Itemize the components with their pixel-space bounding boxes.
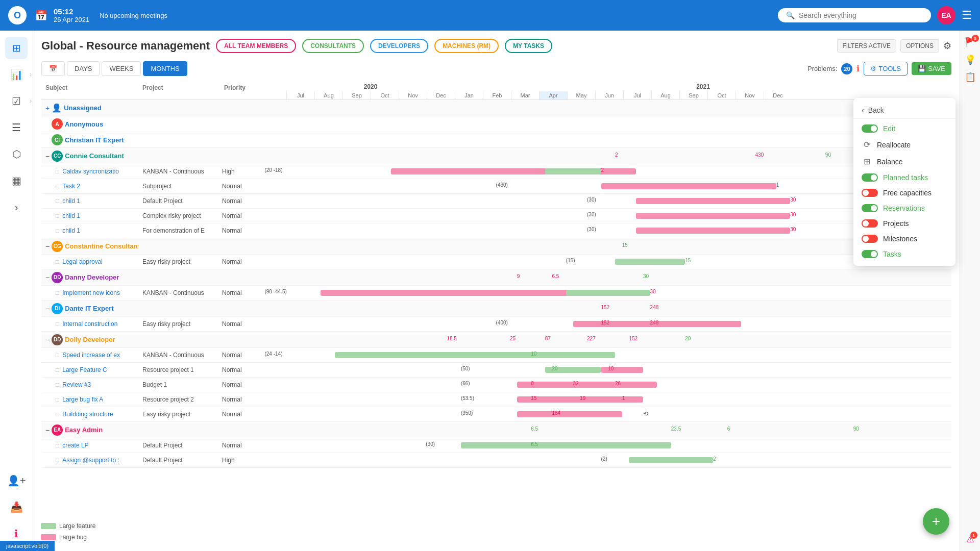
dropdown-planned-item[interactable]: Planned tasks [853, 170, 955, 185]
problems-info-icon[interactable]: ℹ [856, 64, 860, 73]
task2-subject-link[interactable]: Task 2 [62, 183, 80, 190]
constantine-name[interactable]: Constantine Consultant [65, 242, 138, 250]
search-input[interactable] [799, 11, 923, 19]
logo[interactable]: O [8, 6, 27, 24]
settings-icon-button[interactable]: ⚙ [943, 40, 951, 52]
anonymous-name[interactable]: Anonymous [65, 120, 103, 128]
easy-admin-cell: − EA Easy Admin [41, 422, 138, 438]
dolly-collapse-icon[interactable]: − [45, 336, 50, 344]
danny-cell: − DD Danny Developer [41, 270, 138, 285]
constantine-cell: − CG Constantine Consultant [41, 239, 138, 254]
filter-my-tasks[interactable]: MY TASKS [505, 39, 552, 53]
legal-link[interactable]: Legal approval [62, 258, 103, 265]
sidebar-item-check[interactable]: ☑ › [5, 90, 28, 112]
danny-collapse-icon[interactable]: − [45, 273, 50, 282]
legal-num: 15 [685, 258, 691, 263]
milestones-toggle[interactable] [862, 235, 878, 243]
hamburger-menu-icon[interactable]: ☰ [962, 9, 972, 22]
sidebar-item-alert[interactable]: ⚠ 1 [966, 534, 974, 545]
child1a-link[interactable]: child 1 [62, 197, 80, 205]
child1b-link[interactable]: child 1 [62, 212, 80, 219]
child1c-link[interactable]: child 1 [62, 227, 80, 234]
filter-machines[interactable]: MACHINES (RM) [434, 39, 499, 53]
dropdown-balance-item[interactable]: ⊞ Balance [853, 153, 955, 170]
danny-name[interactable]: Danny Developer [65, 273, 119, 281]
sidebar-item-import[interactable]: 📥 [5, 496, 28, 518]
tasks-toggle[interactable] [862, 250, 878, 258]
sidebar-expand-button[interactable]: › [5, 196, 28, 218]
dropdown-back-button[interactable]: ‹ Back [853, 102, 955, 119]
balance-label: Balance [877, 158, 903, 166]
sidebar-item-add-user[interactable]: 👤+ [5, 469, 28, 492]
assign-num: 2 [713, 456, 716, 462]
add-icon[interactable]: + [45, 104, 50, 112]
connie-name[interactable]: Connie Consultant [65, 152, 124, 160]
filter-consultants[interactable]: CONSULTANTS [302, 39, 364, 53]
easy-admin-collapse-icon[interactable]: − [45, 426, 50, 434]
connie-collapse-icon[interactable]: − [45, 152, 50, 160]
reservations-toggle[interactable] [862, 204, 878, 212]
sidebar-item-grid[interactable]: ⊞ [5, 37, 28, 59]
month-sep-2021: Sep [679, 91, 707, 99]
calendar-icon[interactable]: 📅 [35, 9, 47, 21]
sidebar-item-chart[interactable]: 📊 › [5, 63, 28, 86]
large-bug-link[interactable]: Large bug fix A [62, 396, 103, 403]
dante-collapse-icon[interactable]: − [45, 305, 50, 313]
free-toggle[interactable] [862, 189, 878, 197]
filters-active-button[interactable]: FILTERS ACTIVE [837, 39, 896, 53]
filter-all-team-members[interactable]: ALL TEAM MEMBERS [216, 39, 296, 53]
christian-name[interactable]: Christian IT Expert [65, 136, 124, 144]
projects-label: Projects [883, 219, 909, 228]
planned-toggle[interactable] [862, 173, 878, 182]
constantine-collapse-icon[interactable]: − [45, 242, 50, 251]
legend-large-bug: Large bug [41, 534, 95, 541]
caldav-subject-link[interactable]: Caldav syncronizatio [62, 168, 119, 175]
dropdown-projects-item[interactable]: Projects [853, 216, 955, 231]
view-months-button[interactable]: MONTHS [143, 61, 187, 76]
speed-link[interactable]: Speed increase of ex [62, 352, 120, 359]
sidebar-item-bulb[interactable]: 💡 [965, 54, 976, 65]
fab-add-button[interactable]: + [923, 508, 949, 535]
projects-toggle[interactable] [862, 219, 878, 228]
sidebar-item-box[interactable]: ⬡ [5, 143, 28, 165]
review-offset: (66) [461, 381, 470, 386]
create-lp-link[interactable]: create LP [62, 442, 88, 449]
dropdown-free-item[interactable]: Free capacities [853, 185, 955, 201]
sidebar-item-gantt[interactable]: ▦ [5, 169, 28, 192]
month-oct-2021: Oct [707, 91, 736, 99]
dropdown-tasks-item[interactable]: Tasks [853, 246, 955, 262]
view-calendar-button[interactable]: 📅 [41, 61, 65, 76]
easy-admin-name[interactable]: Easy Admin [65, 426, 103, 434]
dropdown-edit-item[interactable]: Edit [853, 121, 955, 136]
add-user-icon: 👤+ [7, 474, 26, 487]
dante-name[interactable]: Dante IT Expert [65, 305, 113, 312]
tools-button[interactable]: ⚙ TOOLS [864, 62, 908, 76]
sidebar-item-flag[interactable]: 🚩 5 [965, 37, 976, 48]
review-link[interactable]: Review #3 [62, 381, 91, 388]
edit-toggle[interactable] [862, 124, 878, 133]
save-button[interactable]: 💾 SAVE [912, 62, 951, 75]
implement-link[interactable]: Implement new icons [62, 289, 120, 296]
buildding-link[interactable]: Buildding structure [62, 411, 113, 418]
avatar[interactable]: EA [937, 6, 955, 24]
sidebar-item-list-check[interactable]: 📋 [965, 71, 976, 83]
assign-link[interactable]: Assign @support to : [62, 457, 119, 464]
search-box[interactable]: 🔍 [778, 8, 931, 22]
dropdown-reallocate-item[interactable]: ⟳ Reallocate [853, 136, 955, 153]
view-days-button[interactable]: DAYS [67, 61, 100, 76]
options-button[interactable]: OPTIONS [900, 39, 939, 53]
buildding-priority: Normal [220, 409, 251, 420]
month-feb-2021: Feb [483, 91, 511, 99]
row-dolly: − DD Dolly Developer 18.5 25 87 227 152 … [41, 332, 951, 348]
large-feature-link[interactable]: Large Feature C [62, 366, 107, 373]
implement-project: KANBAN - Continuous [138, 287, 220, 298]
dropdown-milestones-item[interactable]: Milestones [853, 231, 955, 246]
dropdown-reservations-item[interactable]: Reservations [853, 201, 955, 216]
dolly-name[interactable]: Dolly Developer [65, 336, 115, 343]
filter-developers[interactable]: DEVELOPERS [370, 39, 428, 53]
internal-link[interactable]: Internal construction [62, 320, 117, 328]
dolly-num4: 227 [587, 336, 596, 341]
view-weeks-button[interactable]: WEEKS [102, 61, 141, 76]
sidebar-item-list[interactable]: ☰ [5, 116, 28, 139]
time-display: 05:12 26 Apr 2021 [54, 7, 89, 23]
